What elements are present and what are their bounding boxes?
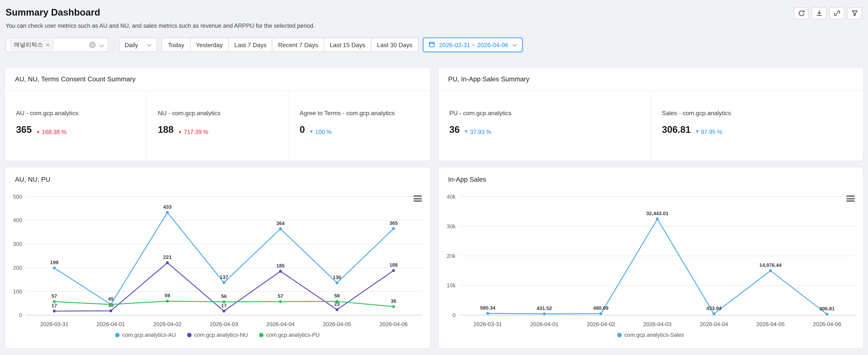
metric-sales: Sales - com.gcp.analytics 306.81 ▼ 97.95… — [650, 91, 863, 159]
svg-text:306.81: 306.81 — [819, 306, 834, 312]
range-button-last-15-days[interactable]: Last 15 Days — [323, 38, 371, 52]
range-button-last-7-days[interactable]: Last 7 Days — [228, 38, 273, 52]
legend-item-com.gcp.analytics-NU[interactable]: com.gcp.analytics-NU — [187, 332, 248, 338]
filter-button[interactable] — [847, 7, 862, 19]
svg-text:14,976.44: 14,976.44 — [759, 262, 781, 268]
metric-delta: ▼ 100 % — [309, 128, 332, 135]
svg-text:2026-03-31: 2026-03-31 — [473, 321, 502, 327]
chart-menu-icon[interactable] — [846, 196, 855, 202]
metric-label: AU - com.gcp.analytics — [16, 110, 146, 116]
svg-text:40k: 40k — [446, 194, 455, 200]
download-icon — [816, 10, 823, 17]
svg-text:32,443.01: 32,443.01 — [646, 211, 668, 216]
svg-text:188: 188 — [389, 262, 398, 268]
metric-value: 36 — [449, 125, 460, 136]
toolbar-divider — [114, 40, 115, 50]
metrics-row: AU - com.gcp.analytics 365 ▲ 168.38 % NU… — [5, 91, 430, 159]
svg-text:136: 136 — [333, 274, 341, 280]
metric-delta: ▼ 97.95 % — [695, 128, 722, 135]
svg-text:433: 433 — [163, 204, 172, 210]
svg-text:2026-04-04: 2026-04-04 — [700, 321, 728, 327]
svg-text:56: 56 — [221, 293, 227, 299]
date-range-picker[interactable]: 2026-03-31 ~ 2026-04-06 — [423, 38, 523, 52]
metric-label: Sales - com.gcp.analytics — [662, 110, 863, 116]
svg-text:10k: 10k — [446, 283, 455, 289]
metric-pu: PU - com.gcp.analytics 36 ▼ 37.93 % — [438, 91, 650, 159]
range-button-group: TodayYesterdayLast 7 DaysRecent 7 DaysLa… — [162, 38, 418, 52]
app-tag-label: 애널리틱스 — [14, 41, 43, 49]
chevron-down-icon — [147, 41, 152, 48]
chart-title: AU, NU, PU — [5, 167, 430, 183]
svg-text:0: 0 — [452, 312, 455, 318]
svg-text:2026-04-06: 2026-04-06 — [812, 321, 841, 327]
delta-arrow-icon: ▲ — [36, 129, 40, 134]
svg-text:400: 400 — [13, 217, 22, 223]
in-app-sales-chart-legend: com.gcp.analytics-Sales — [438, 332, 863, 338]
metric-nu: NU - com.gcp.analytics 188 ▲ 717.39 % — [146, 91, 288, 159]
metric-agree-terms: Agree to Terms - com.gcp.analytics 0 ▼ 1… — [288, 91, 430, 159]
svg-text:300: 300 — [13, 241, 22, 247]
period-select[interactable]: Daily — [119, 38, 157, 52]
link-icon — [833, 10, 840, 17]
svg-text:30k: 30k — [446, 223, 455, 229]
svg-text:2026-04-02: 2026-04-02 — [153, 321, 182, 327]
period-select-value: Daily — [124, 41, 138, 48]
legend-label: com.gcp.analytics-Sales — [624, 332, 684, 338]
in-app-sales-chart: 010k20k30k40k2026-03-312026-04-012026-04… — [442, 188, 860, 329]
chart-card-au-nu-pu: AU, NU, PU 01002003004005002026-03-31202… — [4, 167, 430, 349]
svg-text:431.52: 431.52 — [536, 305, 552, 311]
legend-dot-icon — [115, 332, 120, 337]
au-nu-pu-chart: 01002003004005002026-03-312026-04-012026… — [9, 188, 426, 329]
delta-arrow-icon: ▼ — [464, 129, 468, 134]
svg-text:20k: 20k — [446, 253, 455, 259]
metric-delta: ▲ 168.38 % — [36, 128, 66, 135]
metric-delta: ▼ 37.93 % — [464, 128, 491, 135]
range-button-yesterday[interactable]: Yesterday — [190, 38, 229, 52]
chart-menu-icon[interactable] — [413, 196, 422, 202]
svg-text:2026-04-04: 2026-04-04 — [267, 321, 295, 327]
range-button-recent-7-days[interactable]: Recent 7 Days — [272, 38, 324, 52]
svg-text:2026-04-01: 2026-04-01 — [530, 321, 558, 327]
metric-au: AU - com.gcp.analytics 365 ▲ 168.38 % — [5, 91, 146, 159]
legend-dot-icon — [187, 332, 191, 337]
metrics-row: PU - com.gcp.analytics 36 ▼ 37.93 % Sale… — [438, 91, 863, 159]
legend-item-com.gcp.analytics-AU[interactable]: com.gcp.analytics-AU — [115, 332, 176, 338]
summary-dashboard-page: Summary Dashboard You can check user met… — [0, 0, 868, 355]
app-select[interactable]: 애널리틱스 ✕ ✕ — [5, 38, 108, 52]
svg-text:17: 17 — [221, 303, 227, 308]
svg-text:480.09: 480.09 — [593, 305, 608, 311]
chart-card-in-app-sales: In-App Sales 010k20k30k40k2026-03-312026… — [438, 167, 864, 349]
svg-text:2026-04-06: 2026-04-06 — [379, 321, 408, 327]
clear-select-icon[interactable]: ✕ — [89, 41, 96, 48]
svg-text:200: 200 — [13, 265, 22, 271]
svg-text:221: 221 — [163, 254, 172, 260]
tag-remove-icon[interactable]: ✕ — [45, 42, 50, 48]
svg-text:2026-03-31: 2026-03-31 — [40, 321, 68, 327]
metric-value: 0 — [300, 125, 305, 136]
legend-item-com.gcp.analytics-PU[interactable]: com.gcp.analytics-PU — [259, 332, 320, 338]
header-actions — [794, 7, 862, 19]
svg-text:58: 58 — [334, 293, 340, 299]
link-button[interactable] — [829, 7, 844, 19]
svg-text:364: 364 — [276, 220, 285, 226]
refresh-icon — [798, 10, 805, 17]
refresh-button[interactable] — [794, 7, 809, 19]
metric-value: 306.81 — [662, 125, 691, 136]
metric-delta: ▲ 717.39 % — [178, 128, 209, 135]
legend-item-com.gcp.analytics-Sales[interactable]: com.gcp.analytics-Sales — [617, 332, 684, 338]
legend-dot-icon — [617, 332, 622, 337]
page-header: Summary Dashboard You can check user met… — [0, 0, 868, 29]
range-button-today[interactable]: Today — [162, 38, 190, 52]
metric-value: 365 — [16, 125, 32, 136]
range-button-last-30-days[interactable]: Last 30 Days — [371, 38, 418, 52]
chart-title: In-App Sales — [438, 167, 863, 183]
delta-arrow-icon: ▼ — [695, 129, 699, 134]
svg-text:36: 36 — [391, 298, 396, 304]
svg-text:2026-04-02: 2026-04-02 — [586, 321, 615, 327]
download-button[interactable] — [812, 7, 827, 19]
calendar-icon — [429, 41, 435, 49]
metric-label: NU - com.gcp.analytics — [158, 110, 288, 116]
delta-arrow-icon: ▼ — [309, 129, 313, 134]
svg-text:2026-04-03: 2026-04-03 — [643, 321, 671, 327]
summary-card-au-nu-terms: AU, NU, Terms Consent Count Summary AU -… — [4, 67, 430, 161]
